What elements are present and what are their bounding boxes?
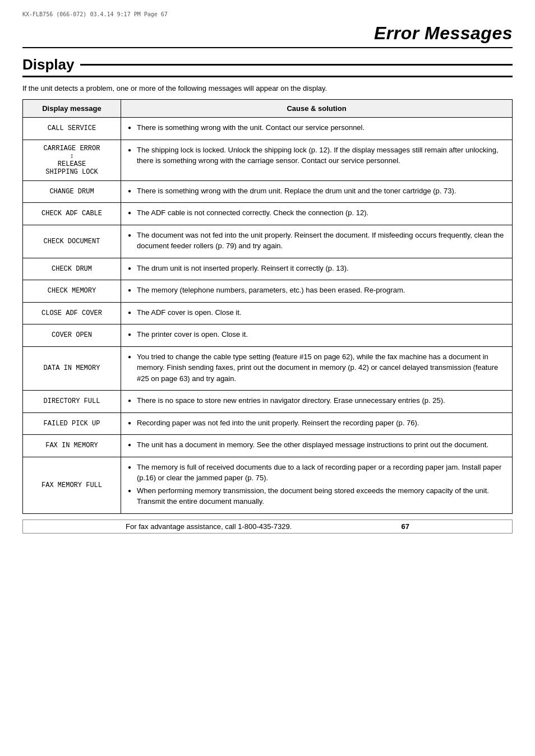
page-title: Error Messages — [22, 23, 513, 48]
cause-solution-5: The drum unit is not inserted properly. … — [121, 258, 513, 280]
display-message-11: FAILED PICK UP — [23, 412, 121, 435]
cause-item: The drum unit is not inserted properly. … — [128, 263, 505, 274]
cause-solution-10: There is no space to store new entries i… — [121, 391, 513, 413]
cause-item: There is something wrong with the unit. … — [128, 122, 505, 133]
cause-item: The document was not fed into the unit p… — [128, 230, 505, 252]
cause-item: You tried to change the cable type setti… — [128, 351, 505, 384]
cause-item: The unit has a document in memory. See t… — [128, 439, 505, 451]
display-message-7: CLOSE ADF COVER — [23, 302, 121, 324]
cause-item: Recording paper was not fed into the uni… — [128, 418, 505, 429]
display-message-12: FAX IN MEMORY — [23, 435, 121, 457]
col-header-display: Display message — [23, 100, 121, 118]
display-message-4: CHECK DOCUMENT — [23, 225, 121, 258]
cause-solution-4: The document was not fed into the unit p… — [121, 225, 513, 258]
cause-item: The ADF cable is not connected correctly… — [128, 207, 505, 219]
section-title: Display — [22, 56, 513, 77]
cause-solution-8: The printer cover is open. Close it. — [121, 324, 513, 347]
cause-solution-11: Recording paper was not fed into the uni… — [121, 412, 513, 435]
cause-item: The memory is full of received documents… — [128, 462, 505, 484]
cause-solution-2: There is something wrong with the drum u… — [121, 180, 513, 203]
footer-note: For fax advantage assistance, call 1-800… — [22, 520, 513, 534]
display-message-6: CHECK MEMORY — [23, 280, 121, 303]
display-message-0: CALL SERVICE — [23, 118, 121, 140]
cause-solution-13: The memory is full of received documents… — [121, 457, 513, 513]
file-info: KX-FLB756 (066-072) 03.4.14 9:17 PM Page… — [22, 11, 513, 17]
intro-paragraph: If the unit detects a problem, one or mo… — [22, 84, 513, 92]
cause-item: There is something wrong with the drum u… — [128, 185, 505, 197]
display-message-5: CHECK DRUM — [23, 258, 121, 280]
cause-solution-7: The ADF cover is open. Close it. — [121, 302, 513, 324]
display-message-1: CARRIAGE ERROR ↕ RELEASE SHIPPING LOCK — [23, 140, 121, 180]
cause-solution-9: You tried to change the cable type setti… — [121, 346, 513, 391]
col-header-cause: Cause & solution — [121, 100, 513, 118]
display-message-2: CHANGE DRUM — [23, 180, 121, 203]
cause-solution-6: The memory (telephone numbers, parameter… — [121, 280, 513, 303]
cause-item: The printer cover is open. Close it. — [128, 329, 505, 340]
display-message-3: CHECK ADF CABLE — [23, 203, 121, 225]
cause-item: The ADF cover is open. Close it. — [128, 307, 505, 318]
cause-item: When performing memory transmission, the… — [128, 485, 505, 507]
cause-solution-3: The ADF cable is not connected correctly… — [121, 203, 513, 225]
error-messages-table: Display message Cause & solution CALL SE… — [22, 99, 513, 514]
cause-item: The shipping lock is locked. Unlock the … — [128, 145, 505, 166]
display-message-8: COVER OPEN — [23, 324, 121, 347]
display-message-13: FAX MEMORY FULL — [23, 457, 121, 513]
display-message-9: DATA IN MEMORY — [23, 346, 121, 391]
cause-solution-1: The shipping lock is locked. Unlock the … — [121, 140, 513, 180]
cause-item: The memory (telephone numbers, parameter… — [128, 285, 505, 296]
cause-item: There is no space to store new entries i… — [128, 395, 505, 406]
display-message-10: DIRECTORY FULL — [23, 391, 121, 413]
cause-solution-0: There is something wrong with the unit. … — [121, 118, 513, 140]
cause-solution-12: The unit has a document in memory. See t… — [121, 435, 513, 457]
